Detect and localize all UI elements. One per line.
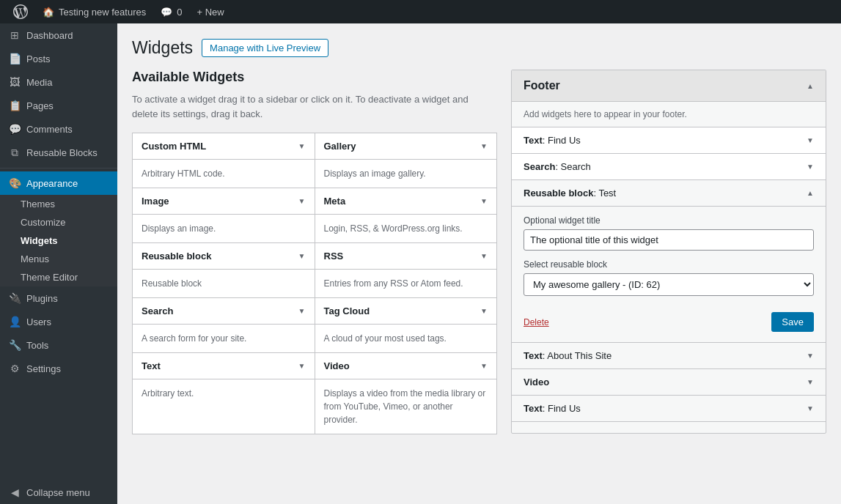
sidebar-item-menus[interactable]: Menus (0, 250, 117, 268)
widget-gallery-chevron: ▼ (480, 142, 488, 150)
page-title: Widgets (132, 38, 193, 58)
live-preview-button[interactable]: Manage with Live Preview (202, 39, 328, 57)
pages-icon: 📋 (9, 100, 21, 111)
sidebar-item-theme-editor[interactable]: Theme Editor (0, 268, 117, 286)
sidebar-item-widgets[interactable]: Widgets (0, 231, 117, 250)
sidebar-widget-text-about-header[interactable]: Text: About This Site ▼ (512, 343, 826, 368)
sidebar-widget-text-find-us-header[interactable]: Text: Find Us ▼ (512, 127, 826, 153)
sidebar-item-pages[interactable]: 📋 Pages (0, 94, 117, 117)
sidebar-item-tools[interactable]: 🔧 Tools (0, 333, 117, 357)
sidebar-widget-text-find-us-title: Text: Find Us (524, 135, 581, 146)
dashboard-icon: ⊞ (9, 29, 21, 41)
sidebar-widget-video-header[interactable]: Video ▼ (512, 369, 826, 395)
collapse-icon: ◀ (9, 486, 21, 498)
delete-widget-button[interactable]: Delete (524, 317, 549, 327)
widget-card-reusable-block-header[interactable]: Reusable block ▼ (133, 243, 315, 270)
appearance-submenu: Themes Customize Widgets Menus Theme Edi… (0, 195, 117, 286)
widget-card-custom-html-header[interactable]: Custom HTML ▼ (133, 133, 315, 160)
widget-card-video: Video ▼ Displays a video from the media … (315, 352, 498, 434)
sidebar-item-appearance[interactable]: 🎨 Appearance (0, 171, 117, 195)
sidebar-widget-text-find-us-2-title: Text: Find Us (524, 403, 581, 414)
sidebar-widget-search-title: Search: Search (524, 161, 591, 172)
widget-reusable-block-title: Reusable block (142, 251, 211, 262)
collapse-menu-button[interactable]: ◀ Collapse menu (0, 481, 117, 504)
widget-card-gallery-header[interactable]: Gallery ▼ (315, 133, 497, 160)
sidebar-item-media[interactable]: 🖼 Media (0, 70, 117, 94)
widget-card-gallery: Gallery ▼ Displays an image gallery. (315, 133, 498, 188)
users-icon: 👤 (9, 316, 21, 327)
adminbar-new[interactable]: + New (189, 0, 231, 23)
reusable-block-select[interactable]: My awesome gallery - (ID: 62) (524, 273, 814, 296)
sidebar-widget-text-about-chevron: ▼ (807, 352, 814, 360)
widget-card-search-header[interactable]: Search ▼ (133, 298, 315, 325)
widget-card-meta: Meta ▼ Login, RSS, & WordPress.org links… (315, 188, 498, 243)
sidebar-item-plugins[interactable]: 🔌 Plugins (0, 286, 117, 310)
widget-search-title: Search (142, 305, 173, 316)
widget-image-title: Image (142, 196, 169, 207)
widget-meta-chevron: ▼ (480, 197, 488, 205)
sidebar-widget-search-chevron: ▼ (807, 163, 814, 171)
sidebar-widget-text-find-us-2-header[interactable]: Text: Find Us ▼ (512, 396, 826, 421)
widget-custom-html-desc: Arbitrary HTML code. (133, 160, 315, 188)
main-content: Widgets Manage with Live Preview Availab… (117, 23, 841, 504)
widget-card-tag-cloud-header[interactable]: Tag Cloud ▼ (315, 298, 497, 325)
widget-card-meta-header[interactable]: Meta ▼ (315, 188, 497, 215)
footer-panel-chevron-up: ▲ (807, 82, 814, 90)
widget-text-desc: Arbitrary text. (133, 379, 315, 407)
sidebar-item-comments[interactable]: 💬 Comments (0, 117, 117, 141)
widget-meta-title: Meta (324, 196, 346, 207)
widget-card-image: Image ▼ Displays an image. (132, 188, 315, 243)
widget-image-desc: Displays an image. (133, 215, 315, 242)
sidebar-widget-reusable-test-title: Reusable block: Test (524, 188, 616, 199)
sidebar-item-customize[interactable]: Customize (0, 213, 117, 231)
tools-icon: 🔧 (9, 339, 21, 351)
available-widgets-title: Available Widgets (132, 70, 496, 85)
sidebar-widget-text-about: Text: About This Site ▼ (512, 343, 826, 369)
widget-image-chevron: ▼ (298, 197, 306, 205)
widget-video-chevron: ▼ (480, 362, 488, 370)
adminbar-comments[interactable]: 💬 0 (153, 0, 189, 23)
widget-gallery-title: Gallery (324, 141, 356, 152)
save-widget-button[interactable]: Save (771, 312, 814, 332)
settings-icon: ⚙ (9, 363, 21, 374)
available-widgets-panel: Available Widgets To activate a widget d… (132, 70, 496, 434)
sidebar-widget-text-about-title: Text: About This Site (524, 350, 612, 361)
adminbar-wp-logo[interactable] (6, 0, 35, 23)
sidebar-item-posts[interactable]: 📄 Posts (0, 47, 117, 70)
adminbar-site-icon: 🏠 (43, 7, 54, 18)
posts-icon: 📄 (9, 53, 21, 64)
widget-card-rss-header[interactable]: RSS ▼ (315, 243, 497, 270)
widget-rss-chevron: ▼ (480, 252, 488, 260)
widget-card-image-header[interactable]: Image ▼ (133, 188, 315, 215)
widget-tag-cloud-desc: A cloud of your most used tags. (315, 325, 497, 352)
widget-tag-cloud-chevron: ▼ (480, 307, 488, 315)
sidebar-item-users[interactable]: 👤 Users (0, 310, 117, 333)
sidebar-item-settings[interactable]: ⚙ Settings (0, 357, 117, 380)
admin-bar: 🏠 Testing new features 💬 0 + New (0, 0, 841, 23)
widget-card-reusable-block: Reusable block ▼ Reusable block (132, 242, 315, 298)
widget-tag-cloud-title: Tag Cloud (324, 305, 370, 316)
sidebar-widget-reusable-test-header[interactable]: Reusable block: Test ▲ (512, 180, 826, 206)
footer-panel-header[interactable]: Footer ▲ (512, 70, 826, 102)
sidebar-item-reusable-blocks[interactable]: ⧉ Reusable Blocks (0, 141, 117, 165)
sidebar-widget-video: Video ▼ (512, 369, 826, 396)
optional-title-input[interactable] (524, 229, 814, 251)
adminbar-site-name[interactable]: 🏠 Testing new features (35, 0, 153, 23)
sidebar-widget-search-header[interactable]: Search: Search ▼ (512, 154, 826, 179)
sidebar-item-themes[interactable]: Themes (0, 195, 117, 213)
available-widgets-description: To activate a widget drag it to a sideba… (132, 92, 496, 121)
comments-icon: 💬 (9, 123, 21, 135)
widget-card-text: Text ▼ Arbitrary text. (132, 352, 315, 434)
media-icon: 🖼 (9, 76, 21, 88)
widget-card-rss: RSS ▼ Entries from any RSS or Atom feed. (315, 242, 498, 298)
widget-card-video-header[interactable]: Video ▼ (315, 353, 497, 379)
content-layout: Available Widgets To activate a widget d… (132, 70, 826, 434)
sidebar-widget-text-find-us-2-chevron: ▼ (807, 404, 814, 412)
sidebar-item-dashboard[interactable]: ⊞ Dashboard (0, 23, 117, 47)
plugins-icon: 🔌 (9, 292, 21, 304)
admin-sidebar: ⊞ Dashboard 📄 Posts 🖼 Media 📋 Pages 💬 Co… (0, 23, 117, 504)
widget-rss-desc: Entries from any RSS or Atom feed. (315, 270, 497, 297)
widget-rss-title: RSS (324, 251, 344, 262)
widget-card-text-header[interactable]: Text ▼ (133, 353, 315, 379)
widgets-grid: Custom HTML ▼ Arbitrary HTML code. Galle… (132, 133, 496, 434)
